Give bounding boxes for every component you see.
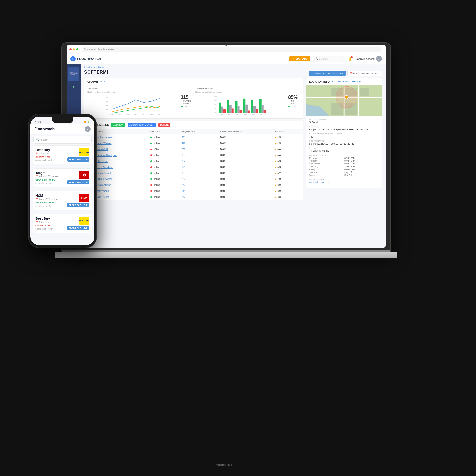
flare-button[interactable]: FLARE FOR HELP: [67, 157, 89, 162]
svg-rect-37: [264, 110, 266, 113]
member-name[interactable]: George Sandoval: [95, 166, 113, 169]
svg-rect-32: [251, 101, 254, 113]
graphs-edit-link[interactable]: EDIT: [101, 81, 105, 83]
store-card: Best Buy 📍2.4 miles CLOSED NOW opens in …: [33, 214, 92, 233]
svg-rect-33: [254, 106, 255, 113]
col-rating: RATING: [272, 129, 303, 135]
requests-link[interactable]: 398: [182, 148, 186, 151]
hours-day: Saturday: [309, 171, 344, 173]
svg-rect-31: [248, 111, 250, 113]
requests-link[interactable]: 379: [182, 166, 186, 169]
add-new-button[interactable]: ADD NEW: [111, 123, 125, 127]
phone-notch: [52, 117, 73, 123]
activities-legend: FLARES CALLS VISITS: [181, 100, 192, 107]
requests-link[interactable]: 501: [182, 136, 186, 139]
phone-app-header: Floorwatch J: [31, 124, 95, 134]
svg-text:WED: WED: [135, 114, 137, 116]
logo-icon: F: [70, 56, 76, 61]
laptop-base: MacBook Pro: [55, 252, 397, 258]
svg-text:THU: THU: [142, 114, 145, 116]
svg-rect-26: [235, 101, 238, 113]
rating-value: 4.3: [277, 160, 281, 163]
store-right: BEST BUY FLARE FOR HELP: [67, 148, 89, 162]
store-right: BEST BUY FLARE FOR HELP: [67, 217, 89, 230]
flare-range-field: Flare Range (radius in feet) 750: [309, 133, 379, 138]
traffic-lights: [69, 48, 78, 51]
hours-day: Thursday: [309, 165, 344, 168]
date-range-button[interactable]: 📅 FEB 8, 2017 - FEB 14 2017: [347, 71, 382, 76]
download-button[interactable]: ⬇ DOWNLOAD CURRENT DATA: [309, 71, 346, 76]
requests-link[interactable]: 384: [182, 160, 186, 163]
scene: floorwatch.io/locations/softermii F FLOO…: [24, 24, 452, 452]
requests-link[interactable]: 214: [182, 190, 186, 192]
status-dot: [151, 172, 152, 174]
flare-button[interactable]: FLARE FOR HELP: [67, 180, 89, 185]
app-content: COMPANY LOGO « locations / softermii SOF…: [67, 64, 386, 248]
member-name[interactable]: Charles Weaver: [95, 142, 112, 145]
maximize-button[interactable]: [76, 48, 78, 51]
status-text: online: [153, 172, 160, 174]
enable-link[interactable]: ENABLE: [352, 81, 360, 83]
location-url-field: Location URL www.softermii.com: [309, 178, 379, 184]
member-name[interactable]: Alexander Thompson: [95, 154, 117, 157]
responsiveness-value: 100%: [220, 154, 226, 157]
sidebar-collapse-button[interactable]: «: [73, 85, 75, 88]
member-name[interactable]: Gerald Douglas: [95, 184, 111, 186]
store-logo: H&M: [79, 194, 89, 202]
member-name[interactable]: Cynthia Edwards: [95, 178, 113, 180]
rating-value: 4.2: [277, 172, 281, 174]
requests-link[interactable]: 277: [182, 184, 186, 186]
hours-day: Tuesday: [309, 160, 344, 162]
requests-link[interactable]: 418: [182, 142, 186, 145]
rating-value: 3.9: [277, 184, 281, 186]
svg-text:TUE: TUE: [236, 114, 238, 116]
store-status: OPEN until 4:00 PM: [35, 202, 65, 204]
responsiveness-value: 100%: [220, 172, 226, 174]
member-name[interactable]: Betty Gibson: [95, 160, 108, 163]
header-search[interactable]: 🔍 SEARCH: [313, 56, 344, 62]
status-text: offline: [153, 190, 160, 192]
notification-icon[interactable]: 🔔: [347, 56, 353, 62]
store-hours-note: opens in 6h 30min: [35, 159, 65, 162]
status-text: online: [153, 142, 160, 145]
main-panel: locations / softermii SOFTERMII ⬇ DOWNLO…: [81, 64, 386, 248]
flare-button[interactable]: FLARE FOR HELP: [67, 226, 89, 230]
url-bar[interactable]: floorwatch.io/locations/softermii: [82, 47, 381, 52]
member-name[interactable]: Susan Peters: [95, 196, 109, 198]
requests-link[interactable]: 367: [182, 172, 186, 174]
rate-visit-link[interactable]: RATE VISIT: [338, 81, 350, 83]
svg-text:TUE: TUE: [126, 114, 129, 116]
requests-link[interactable]: 172: [182, 196, 186, 198]
col-name: NAME: [92, 129, 148, 135]
svg-rect-21: [221, 107, 223, 113]
member-name[interactable]: Kimberly Hill: [95, 148, 108, 151]
member-name[interactable]: Carolyn Gonzales: [95, 172, 113, 174]
star-icon: ★: [275, 178, 277, 180]
store-info: H&M 📍Within 200 meters OPEN until 4:00 P…: [35, 194, 65, 207]
phone-search-bar[interactable]: 🔍 Search: [33, 136, 92, 143]
member-name[interactable]: John Hernandez: [95, 136, 112, 139]
star-icon: ★: [275, 160, 277, 163]
phone-screen: 11:25 📶 🔋 Floorwatch J 🔍 Search Best Buy…: [31, 117, 95, 245]
status-dot: [151, 160, 152, 162]
phone-signals: 📶 🔋: [84, 121, 90, 123]
delete-button[interactable]: DELETE: [158, 123, 170, 127]
close-button[interactable]: [69, 48, 72, 51]
minimize-button[interactable]: [73, 48, 75, 51]
responsiveness-chart: Responsiveness ▾ Did you get the help yo…: [195, 87, 300, 116]
svg-text:40%: 40%: [214, 108, 217, 109]
location-info-box: LOCATION INFO EDIT RATE VISIT ENABLE: [306, 78, 382, 188]
responsiveness-value: 100%: [220, 166, 226, 169]
member-name[interactable]: Albert Woods: [95, 190, 109, 192]
requests-link[interactable]: 387: [182, 154, 186, 157]
assign-team-button[interactable]: ASSIGN TEAM MEMBER: [128, 123, 156, 127]
svg-text:FRI: FRI: [151, 114, 153, 116]
upgrade-button[interactable]: ⚡ UPGRADE: [289, 56, 310, 61]
content-grid: GRAPHS EDIT Activities ▾ Number of flare…: [84, 78, 382, 203]
laptop-body: floorwatch.io/locations/softermii F FLOO…: [62, 43, 390, 252]
svg-text:FRI: FRI: [260, 114, 262, 116]
location-edit-link[interactable]: EDIT: [332, 81, 337, 83]
flare-button[interactable]: FLARE FOR HELP: [67, 203, 89, 207]
graphs-section: GRAPHS EDIT Activities ▾ Number of flare…: [84, 78, 303, 119]
requests-link[interactable]: 283: [182, 178, 186, 180]
